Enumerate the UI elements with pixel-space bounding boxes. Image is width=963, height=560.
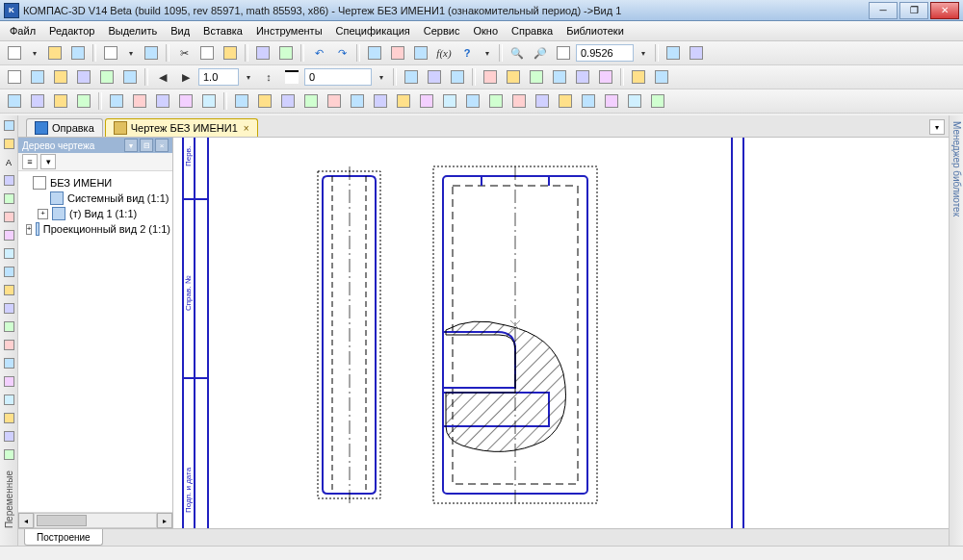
geo1-button[interactable] (4, 90, 25, 112)
g4-button[interactable] (480, 66, 501, 88)
g8-button[interactable] (572, 66, 593, 88)
g1-button[interactable] (401, 66, 422, 88)
print-button[interactable] (100, 42, 121, 64)
vtool-14[interactable] (1, 355, 17, 371)
tree-hide-button[interactable]: ⊟ (140, 139, 153, 152)
vtool-17[interactable] (1, 410, 17, 426)
scroll-thumb[interactable] (37, 515, 87, 526)
g3-button[interactable] (447, 66, 468, 88)
geo4-button[interactable] (73, 90, 94, 112)
style-button[interactable] (281, 66, 302, 88)
vtool-13[interactable] (1, 337, 17, 353)
geo20-button[interactable] (462, 90, 483, 112)
doc-tab-opravka[interactable]: Оправка (26, 118, 103, 137)
vtool-16[interactable] (1, 392, 17, 408)
geo27-button[interactable] (624, 90, 645, 112)
geo16-button[interactable] (370, 90, 391, 112)
geo6-button[interactable] (129, 90, 150, 112)
preview-button[interactable] (141, 42, 162, 64)
doc-tab-drawing[interactable]: Чертеж БЕЗ ИМЕНИ1 × (105, 118, 258, 137)
tree-h-scrollbar[interactable]: ◂ ▸ (18, 512, 172, 528)
geo22-button[interactable] (508, 90, 530, 112)
new-button[interactable] (4, 42, 25, 64)
vtool-4[interactable] (1, 172, 17, 189)
menu-view[interactable]: Вид (165, 23, 195, 38)
tree-node-view1[interactable]: + (т) Вид 1 (1:1) (20, 206, 170, 221)
menu-select[interactable]: Выделить (102, 23, 163, 38)
view-a-button[interactable] (663, 42, 684, 64)
help-button[interactable]: ? (456, 42, 478, 64)
close-icon[interactable]: × (244, 123, 249, 134)
cut-button[interactable]: ✂ (173, 42, 195, 64)
vtool-9[interactable] (1, 264, 17, 280)
g11-button[interactable] (651, 66, 672, 88)
open-button[interactable] (44, 42, 65, 64)
scale-input[interactable] (198, 68, 239, 86)
doc-new6-button[interactable] (119, 66, 141, 88)
fx-button[interactable]: f(x) (433, 42, 455, 64)
menu-libraries[interactable]: Библиотеки (560, 23, 630, 38)
menu-service[interactable]: Сервис (418, 23, 466, 38)
menu-tools[interactable]: Инструменты (250, 23, 328, 38)
g5-button[interactable] (503, 66, 524, 88)
g6-button[interactable] (526, 66, 547, 88)
geo8-button[interactable] (175, 90, 196, 112)
vtool-6[interactable] (1, 209, 17, 225)
tree-root[interactable]: БЕЗ ИМЕНИ (20, 175, 170, 191)
geo10-button[interactable] (231, 90, 252, 112)
dim-dropdown[interactable]: ▾ (374, 66, 389, 88)
geo18-button[interactable] (416, 90, 437, 112)
vtool-12[interactable] (1, 318, 17, 335)
print-dropdown[interactable]: ▾ (123, 42, 139, 64)
geo3-button[interactable] (50, 90, 71, 112)
vtool-1[interactable] (1, 117, 17, 134)
bottom-tab-construction[interactable]: Построение (24, 529, 103, 546)
tree-node-system-view[interactable]: Системный вид (1:1) (20, 191, 170, 206)
vtool-8[interactable] (1, 245, 17, 262)
geo25-button[interactable] (578, 90, 599, 112)
tool-b-button[interactable] (275, 42, 297, 64)
vtool-10[interactable] (1, 282, 17, 298)
geo5-button[interactable] (106, 90, 127, 112)
vtool-15[interactable] (1, 373, 17, 390)
view-b-button[interactable] (686, 42, 707, 64)
vtool-7[interactable] (1, 227, 17, 243)
arrow-left-button[interactable]: ◀ (152, 66, 173, 88)
tabs-dropdown[interactable]: ▾ (929, 119, 945, 135)
scroll-left-button[interactable]: ◂ (18, 513, 34, 528)
zoom-window-button[interactable] (553, 42, 574, 64)
vtool-2[interactable] (1, 136, 17, 152)
geo2-button[interactable] (27, 90, 48, 112)
zoom-in-button[interactable]: 🔍 (507, 42, 528, 64)
geo15-button[interactable] (347, 90, 368, 112)
redo-button[interactable]: ↷ (331, 42, 352, 64)
expand-icon[interactable]: + (38, 209, 48, 219)
vtool-3[interactable]: A (1, 154, 17, 170)
lib-b-button[interactable] (387, 42, 408, 64)
geo13-button[interactable] (300, 90, 322, 112)
right-vertical-bar[interactable]: Менеджер библиотек (949, 115, 963, 547)
arrow-right-button[interactable]: ▶ (175, 66, 196, 88)
axis-button[interactable]: ↕ (258, 66, 279, 88)
save-button[interactable] (67, 42, 89, 64)
undo-button[interactable]: ↶ (308, 42, 329, 64)
doc-new4-button[interactable] (73, 66, 94, 88)
lib-a-button[interactable] (364, 42, 385, 64)
zoom-dropdown[interactable]: ▾ (636, 42, 651, 64)
menu-insert[interactable]: Вставка (197, 23, 248, 38)
vtool-5[interactable] (1, 191, 17, 207)
new-dropdown[interactable]: ▾ (27, 42, 42, 64)
g9-button[interactable] (595, 66, 616, 88)
geo11-button[interactable] (254, 90, 275, 112)
tree-node-proj-view2[interactable]: + Проекционный вид 2 (1:1) (20, 221, 170, 237)
scroll-track[interactable] (34, 513, 157, 528)
scale-dropdown[interactable]: ▾ (241, 66, 256, 88)
vtool-18[interactable] (1, 428, 17, 445)
doc-new1-button[interactable] (4, 66, 25, 88)
geo9-button[interactable] (198, 90, 220, 112)
copy-button[interactable] (196, 42, 218, 64)
geo21-button[interactable] (485, 90, 507, 112)
scroll-right-button[interactable]: ▸ (157, 513, 172, 528)
tree-dd-button[interactable]: ▾ (40, 154, 56, 169)
g7-button[interactable] (549, 66, 570, 88)
